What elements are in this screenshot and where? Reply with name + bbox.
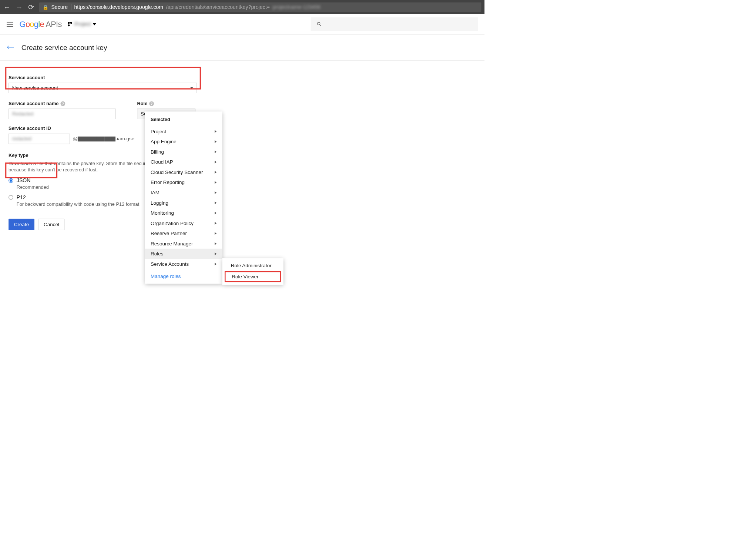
browser-reload-icon[interactable]: ⟳: [28, 3, 34, 10]
radio-checked-icon: [9, 178, 13, 183]
hamburger-menu-icon[interactable]: [7, 22, 13, 27]
url-host: https://console.developers.google.com: [74, 4, 163, 10]
back-arrow-icon[interactable]: 🡐: [7, 43, 14, 52]
browser-back-icon[interactable]: ←: [3, 3, 10, 10]
chevron-right-icon: [215, 201, 216, 204]
role-menu-item[interactable]: Roles: [145, 249, 222, 259]
role-menu-item[interactable]: Resource Manager: [145, 238, 222, 249]
form-area: Service account New service account Serv…: [0, 61, 485, 244]
url-project-redacted: projectname-123456: [273, 4, 320, 10]
role-dropdown-menu: Selected ProjectApp EngineBillingCloud I…: [145, 111, 222, 284]
radio-unchecked-icon: [9, 195, 13, 200]
key-type-json-radio[interactable]: JSON Recommended: [9, 177, 476, 190]
role-menu-item[interactable]: Error Reporting: [145, 177, 222, 188]
address-bar[interactable]: 🔒 Secure https://console.developers.goog…: [39, 2, 481, 12]
page-header: 🡐 Create service account key: [0, 35, 485, 61]
chevron-right-icon: [215, 150, 216, 153]
chevron-right-icon: [215, 242, 216, 245]
annotation-highlight-2: [5, 162, 57, 178]
service-account-name-label: Service account name?: [9, 101, 116, 106]
service-account-id-suffix: @▇▇▇▇▇▇▇▇▇▇.iam.gse: [70, 136, 134, 141]
service-account-id-input[interactable]: redacted: [9, 134, 70, 144]
role-menu-item[interactable]: Cloud Security Scanner: [145, 167, 222, 177]
chevron-right-icon: [215, 211, 216, 214]
role-menu-item[interactable]: Monitoring: [145, 208, 222, 218]
role-menu-item[interactable]: Logging: [145, 198, 222, 208]
role-menu-item[interactable]: Reserve Partner: [145, 228, 222, 239]
help-icon[interactable]: ?: [149, 101, 154, 106]
page-title: Create service account key: [21, 44, 107, 52]
service-account-name-input[interactable]: Redacted: [9, 109, 116, 119]
key-type-label: Key type: [9, 152, 476, 158]
role-menu-item[interactable]: Cloud IAP: [145, 157, 222, 167]
secure-label: Secure: [51, 4, 71, 10]
project-picker[interactable]: Project: [68, 21, 96, 27]
chevron-right-icon: [215, 222, 216, 225]
submenu-item[interactable]: Role Administrator: [222, 261, 283, 271]
cancel-button[interactable]: Cancel: [38, 219, 64, 230]
role-label: Role?: [137, 101, 195, 106]
p12-sublabel: For backward compatibility with code usi…: [17, 201, 139, 207]
chevron-right-icon: [215, 191, 216, 194]
chevron-right-icon: [215, 252, 216, 255]
chevron-right-icon: [215, 140, 216, 143]
role-menu-item[interactable]: IAM: [145, 187, 222, 198]
browser-forward-icon: →: [16, 3, 23, 10]
manage-roles-link[interactable]: Manage roles: [145, 269, 222, 282]
lock-icon: 🔒: [43, 4, 48, 10]
app-header: Google APIs Project: [0, 14, 485, 35]
project-name: Project: [74, 21, 91, 27]
json-sublabel: Recommended: [17, 185, 49, 190]
chevron-right-icon: [215, 171, 216, 174]
chevron-right-icon: [215, 232, 216, 235]
key-type-p12-radio[interactable]: P12 For backward compatibility with code…: [9, 194, 476, 207]
service-account-id-label: Service account ID: [9, 126, 134, 131]
json-label: JSON: [17, 177, 49, 184]
search-icon: [316, 21, 322, 27]
role-menu-heading: Selected: [145, 111, 222, 126]
annotation-highlight-3: Role Viewer: [225, 271, 281, 282]
chevron-right-icon: [215, 262, 216, 265]
chevron-right-icon: [215, 181, 216, 184]
project-icon: [68, 22, 73, 27]
submenu-item[interactable]: Role Viewer: [226, 272, 280, 281]
help-icon[interactable]: ?: [61, 101, 65, 106]
role-menu-item[interactable]: Service Accounts: [145, 259, 222, 269]
annotation-highlight-1: [5, 67, 201, 90]
caret-down-icon: [93, 23, 96, 25]
search-input[interactable]: [311, 17, 478, 31]
role-menu-item[interactable]: App Engine: [145, 137, 222, 147]
google-apis-logo: Google APIs: [20, 20, 62, 29]
chevron-right-icon: [215, 161, 216, 164]
create-button[interactable]: Create: [9, 219, 34, 230]
role-menu-item[interactable]: Organization Policy: [145, 218, 222, 228]
roles-submenu: Role AdministratorRole Viewer: [222, 258, 283, 285]
role-menu-item[interactable]: Billing: [145, 147, 222, 157]
browser-chrome-bar: ← → ⟳ 🔒 Secure https://console.developer…: [0, 0, 485, 14]
chevron-right-icon: [215, 130, 216, 133]
p12-label: P12: [17, 194, 139, 201]
url-path: /apis/credentials/serviceaccountkey?proj…: [166, 4, 270, 10]
role-menu-item[interactable]: Project: [145, 126, 222, 137]
